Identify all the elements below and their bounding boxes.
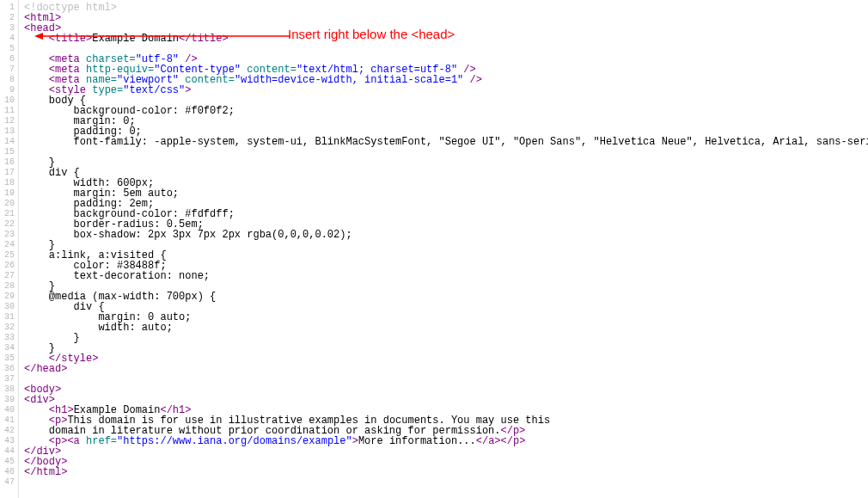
code-line: } — [24, 333, 868, 343]
code-line: <p><a href="https://www.iana.org/domains… — [24, 436, 868, 446]
line-number: 46 — [2, 467, 15, 477]
line-number: 2 — [2, 13, 15, 23]
line-number-gutter: 1234567891011121314151617181920212223242… — [0, 0, 19, 498]
line-number: 24 — [2, 240, 15, 250]
code-line: </body> — [24, 457, 868, 467]
line-number: 33 — [2, 333, 15, 343]
code-line: width: auto; — [24, 323, 868, 333]
code-line: background-color: #f0f0f2; — [24, 106, 868, 116]
line-number: 14 — [2, 137, 15, 147]
code-line: } — [24, 343, 868, 354]
line-number: 11 — [2, 106, 15, 116]
code-line: </div> — [24, 446, 868, 457]
line-number: 17 — [2, 168, 15, 178]
line-number: 32 — [2, 323, 15, 333]
code-line: margin: 0; — [24, 116, 868, 126]
line-number: 39 — [2, 395, 15, 405]
line-number: 36 — [2, 364, 15, 374]
code-line — [24, 477, 868, 488]
code-line: </head> — [24, 364, 868, 374]
line-number: 47 — [2, 477, 15, 488]
line-number: 44 — [2, 446, 15, 457]
code-line: } — [24, 157, 868, 168]
line-number: 1 — [2, 3, 15, 13]
line-number: 37 — [2, 374, 15, 384]
code-line: box-shadow: 2px 3px 7px 2px rgba(0,0,0,0… — [24, 230, 868, 240]
line-number: 19 — [2, 188, 15, 199]
line-number: 29 — [2, 292, 15, 302]
line-number: 30 — [2, 302, 15, 312]
line-number: 4 — [2, 34, 15, 44]
code-line: <body> — [24, 384, 868, 395]
line-number: 6 — [2, 54, 15, 65]
line-number: 16 — [2, 157, 15, 168]
code-line: font-family: -apple-system, system-ui, B… — [24, 137, 868, 147]
line-number: 35 — [2, 354, 15, 364]
line-number: 23 — [2, 230, 15, 240]
line-number: 38 — [2, 384, 15, 395]
code-line: <title>Example Domain</title> — [24, 34, 868, 44]
line-number: 20 — [2, 199, 15, 209]
code-line: <html> — [24, 13, 868, 23]
code-line: <style type="text/css"> — [24, 85, 868, 95]
code-line: </html> — [24, 467, 868, 477]
line-number: 27 — [2, 271, 15, 281]
line-number: 40 — [2, 405, 15, 415]
line-number: 31 — [2, 312, 15, 323]
line-number: 10 — [2, 95, 15, 106]
line-number: 12 — [2, 116, 15, 126]
code-line: text-decoration: none; — [24, 271, 868, 281]
line-number: 25 — [2, 250, 15, 261]
line-number: 41 — [2, 415, 15, 426]
code-line — [24, 374, 868, 384]
line-number: 8 — [2, 75, 15, 85]
line-number: 28 — [2, 281, 15, 292]
line-number: 13 — [2, 126, 15, 137]
line-number: 22 — [2, 219, 15, 230]
code-editor: 1234567891011121314151617181920212223242… — [0, 0, 868, 498]
line-number: 42 — [2, 426, 15, 436]
line-number: 15 — [2, 147, 15, 157]
code-line: <!doctype html> — [24, 3, 868, 13]
line-number: 45 — [2, 457, 15, 467]
line-number: 9 — [2, 85, 15, 95]
code-line: @media (max-width: 700px) { — [24, 292, 868, 302]
code-line — [24, 147, 868, 157]
code-area[interactable]: <!doctype html><html><head> <title>Examp… — [19, 0, 868, 498]
line-number: 34 — [2, 343, 15, 354]
line-number: 7 — [2, 65, 15, 75]
line-number: 3 — [2, 23, 15, 34]
code-line: </style> — [24, 354, 868, 364]
line-number: 26 — [2, 261, 15, 271]
line-number: 21 — [2, 209, 15, 219]
line-number: 5 — [2, 44, 15, 54]
line-number: 43 — [2, 436, 15, 446]
line-number: 18 — [2, 178, 15, 188]
